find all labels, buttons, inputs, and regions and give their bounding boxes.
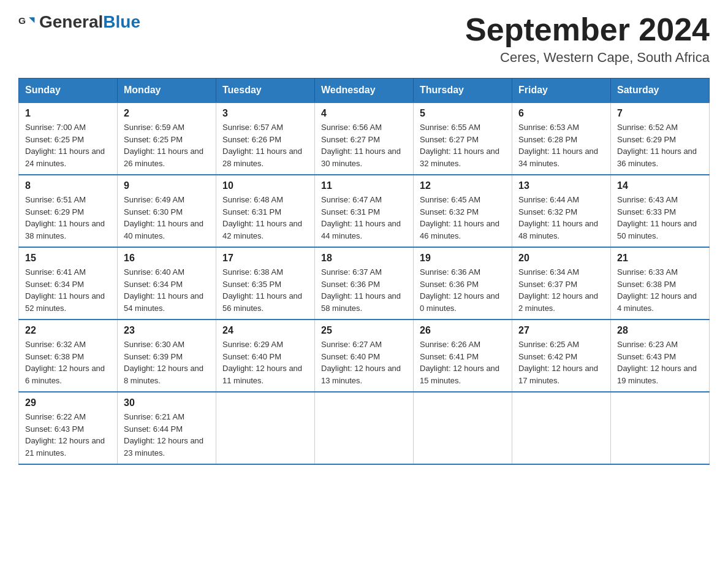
day-info: Sunrise: 6:43 AMSunset: 6:33 PMDaylight:… [617, 194, 703, 242]
day-info: Sunrise: 6:59 AMSunset: 6:25 PMDaylight:… [124, 121, 210, 169]
day-info: Sunrise: 6:25 AMSunset: 6:42 PMDaylight:… [518, 339, 604, 386]
day-info: Sunrise: 6:34 AMSunset: 6:37 PMDaylight:… [518, 266, 604, 314]
day-info: Sunrise: 6:40 AMSunset: 6:34 PMDaylight:… [124, 266, 210, 314]
col-header-monday: Monday [118, 79, 216, 103]
calendar-cell: 9 Sunrise: 6:49 AMSunset: 6:30 PMDayligh… [118, 175, 216, 247]
calendar-cell: 25 Sunrise: 6:27 AMSunset: 6:40 PMDaylig… [315, 320, 414, 392]
day-number: 6 [518, 108, 604, 119]
calendar-cell: 27 Sunrise: 6:25 AMSunset: 6:42 PMDaylig… [512, 320, 611, 392]
day-info: Sunrise: 7:00 AMSunset: 6:25 PMDaylight:… [25, 121, 111, 169]
col-header-sunday: Sunday [19, 79, 118, 103]
day-number: 23 [124, 325, 210, 336]
day-number: 5 [420, 108, 506, 119]
day-info: Sunrise: 6:26 AMSunset: 6:41 PMDaylight:… [420, 339, 506, 386]
day-info: Sunrise: 6:51 AMSunset: 6:29 PMDaylight:… [25, 194, 111, 242]
day-number: 26 [420, 325, 506, 336]
calendar-cell: 18 Sunrise: 6:37 AMSunset: 6:36 PMDaylig… [315, 247, 414, 320]
logo-icon: G [18, 13, 36, 31]
day-info: Sunrise: 6:22 AMSunset: 6:43 PMDaylight:… [25, 411, 111, 459]
calendar-week-row: 8 Sunrise: 6:51 AMSunset: 6:29 PMDayligh… [19, 175, 710, 247]
logo-general: General [39, 12, 103, 31]
calendar-cell: 20 Sunrise: 6:34 AMSunset: 6:37 PMDaylig… [512, 247, 611, 320]
calendar-cell: 14 Sunrise: 6:43 AMSunset: 6:33 PMDaylig… [611, 175, 710, 247]
calendar-cell: 17 Sunrise: 6:38 AMSunset: 6:35 PMDaylig… [216, 247, 315, 320]
day-info: Sunrise: 6:27 AMSunset: 6:40 PMDaylight:… [321, 339, 407, 386]
day-number: 30 [124, 397, 210, 408]
day-number: 14 [617, 180, 703, 191]
calendar-cell: 13 Sunrise: 6:44 AMSunset: 6:32 PMDaylig… [512, 175, 611, 247]
svg-text:G: G [18, 15, 26, 26]
calendar-cell: 6 Sunrise: 6:53 AMSunset: 6:28 PMDayligh… [512, 102, 611, 175]
day-number: 29 [25, 397, 111, 408]
day-number: 10 [222, 180, 308, 191]
calendar-cell: 22 Sunrise: 6:32 AMSunset: 6:38 PMDaylig… [19, 320, 118, 392]
day-info: Sunrise: 6:38 AMSunset: 6:35 PMDaylight:… [222, 266, 308, 314]
day-number: 1 [25, 108, 111, 119]
location-title: Ceres, Western Cape, South Africa [465, 50, 710, 66]
day-info: Sunrise: 6:37 AMSunset: 6:36 PMDaylight:… [321, 266, 407, 314]
calendar-cell: 15 Sunrise: 6:41 AMSunset: 6:34 PMDaylig… [19, 247, 118, 320]
day-number: 4 [321, 108, 407, 119]
calendar-cell: 3 Sunrise: 6:57 AMSunset: 6:26 PMDayligh… [216, 102, 315, 175]
logo: G GeneralBlue [18, 12, 140, 32]
calendar-week-row: 15 Sunrise: 6:41 AMSunset: 6:34 PMDaylig… [19, 247, 710, 320]
page-header: G GeneralBlue September 2024 Ceres, West… [18, 12, 710, 66]
calendar-cell: 10 Sunrise: 6:48 AMSunset: 6:31 PMDaylig… [216, 175, 315, 247]
day-number: 18 [321, 253, 407, 264]
day-info: Sunrise: 6:32 AMSunset: 6:38 PMDaylight:… [25, 339, 111, 386]
day-info: Sunrise: 6:29 AMSunset: 6:40 PMDaylight:… [222, 339, 308, 386]
calendar-week-row: 22 Sunrise: 6:32 AMSunset: 6:38 PMDaylig… [19, 320, 710, 392]
calendar-cell [216, 392, 315, 464]
calendar-cell: 28 Sunrise: 6:23 AMSunset: 6:43 PMDaylig… [611, 320, 710, 392]
day-info: Sunrise: 6:44 AMSunset: 6:32 PMDaylight:… [518, 194, 604, 242]
day-info: Sunrise: 6:21 AMSunset: 6:44 PMDaylight:… [124, 411, 210, 459]
day-number: 9 [124, 180, 210, 191]
col-header-tuesday: Tuesday [216, 79, 315, 103]
day-number: 8 [25, 180, 111, 191]
day-info: Sunrise: 6:47 AMSunset: 6:31 PMDaylight:… [321, 194, 407, 242]
calendar-cell: 23 Sunrise: 6:30 AMSunset: 6:39 PMDaylig… [118, 320, 216, 392]
calendar-cell [611, 392, 710, 464]
day-info: Sunrise: 6:56 AMSunset: 6:27 PMDaylight:… [321, 121, 407, 169]
calendar-cell: 1 Sunrise: 7:00 AMSunset: 6:25 PMDayligh… [19, 102, 118, 175]
day-info: Sunrise: 6:30 AMSunset: 6:39 PMDaylight:… [124, 339, 210, 386]
day-info: Sunrise: 6:55 AMSunset: 6:27 PMDaylight:… [420, 121, 506, 169]
calendar-cell: 26 Sunrise: 6:26 AMSunset: 6:41 PMDaylig… [414, 320, 512, 392]
calendar-cell [414, 392, 512, 464]
calendar-cell: 11 Sunrise: 6:47 AMSunset: 6:31 PMDaylig… [315, 175, 414, 247]
day-number: 24 [222, 325, 308, 336]
day-info: Sunrise: 6:57 AMSunset: 6:26 PMDaylight:… [222, 121, 308, 169]
calendar-cell: 7 Sunrise: 6:52 AMSunset: 6:29 PMDayligh… [611, 102, 710, 175]
day-number: 13 [518, 180, 604, 191]
calendar-cell: 4 Sunrise: 6:56 AMSunset: 6:27 PMDayligh… [315, 102, 414, 175]
col-header-thursday: Thursday [414, 79, 512, 103]
day-info: Sunrise: 6:36 AMSunset: 6:36 PMDaylight:… [420, 266, 506, 314]
month-title: September 2024 [465, 12, 710, 47]
day-number: 11 [321, 180, 407, 191]
calendar-cell: 12 Sunrise: 6:45 AMSunset: 6:32 PMDaylig… [414, 175, 512, 247]
calendar-cell: 2 Sunrise: 6:59 AMSunset: 6:25 PMDayligh… [118, 102, 216, 175]
logo-blue: Blue [103, 12, 140, 31]
day-number: 25 [321, 325, 407, 336]
calendar-week-row: 29 Sunrise: 6:22 AMSunset: 6:43 PMDaylig… [19, 392, 710, 464]
day-number: 7 [617, 108, 703, 119]
calendar-cell: 29 Sunrise: 6:22 AMSunset: 6:43 PMDaylig… [19, 392, 118, 464]
day-info: Sunrise: 6:33 AMSunset: 6:38 PMDaylight:… [617, 266, 703, 314]
col-header-wednesday: Wednesday [315, 79, 414, 103]
calendar-cell: 30 Sunrise: 6:21 AMSunset: 6:44 PMDaylig… [118, 392, 216, 464]
calendar-cell: 21 Sunrise: 6:33 AMSunset: 6:38 PMDaylig… [611, 247, 710, 320]
col-header-saturday: Saturday [611, 79, 710, 103]
day-number: 3 [222, 108, 308, 119]
day-info: Sunrise: 6:48 AMSunset: 6:31 PMDaylight:… [222, 194, 308, 242]
day-info: Sunrise: 6:49 AMSunset: 6:30 PMDaylight:… [124, 194, 210, 242]
title-section: September 2024 Ceres, Western Cape, Sout… [465, 12, 710, 66]
calendar-cell [315, 392, 414, 464]
svg-marker-1 [29, 17, 34, 23]
day-info: Sunrise: 6:41 AMSunset: 6:34 PMDaylight:… [25, 266, 111, 314]
day-number: 21 [617, 253, 703, 264]
day-number: 15 [25, 253, 111, 264]
day-info: Sunrise: 6:23 AMSunset: 6:43 PMDaylight:… [617, 339, 703, 386]
day-info: Sunrise: 6:53 AMSunset: 6:28 PMDaylight:… [518, 121, 604, 169]
calendar-cell [512, 392, 611, 464]
calendar-table: SundayMondayTuesdayWednesdayThursdayFrid… [18, 78, 710, 465]
